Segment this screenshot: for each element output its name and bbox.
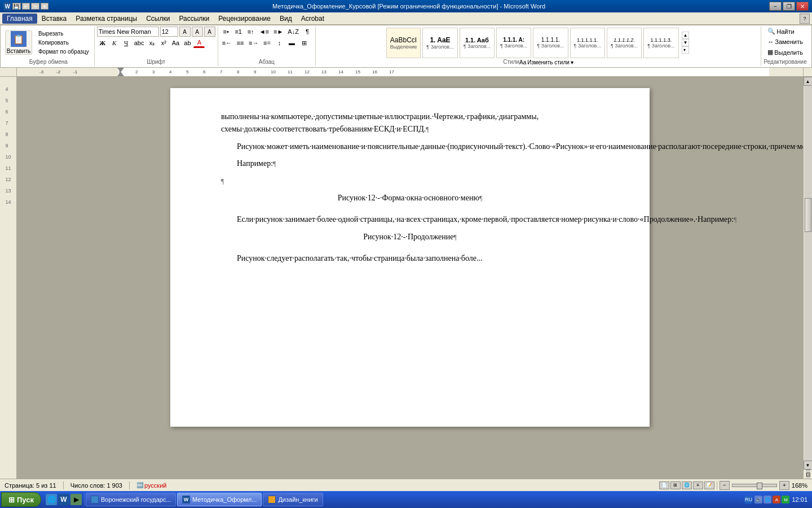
style-item-3[interactable]: 1.1.1. A: ¶ Заголов... <box>496 28 531 58</box>
format-painter-btn[interactable]: Формат по образцу <box>36 47 92 56</box>
media-quicklaunch-icon[interactable]: ▶ <box>70 494 82 505</box>
scroll-down-btn[interactable]: ▼ <box>804 461 813 470</box>
scroll-bottom-btn[interactable]: ⊡ <box>806 470 810 479</box>
style-name-2: ¶ Заголов... <box>464 43 491 49</box>
decrease-indent-btn[interactable]: ◄≡ <box>258 27 271 37</box>
font-group: A A A Ж К Ч аbc x₂ x² Аa ab А Шрифт <box>95 27 218 66</box>
editing-btns: 🔍 Найти ↔ Заменить ▦ Выделить <box>764 27 807 57</box>
underline-btn[interactable]: Ч <box>121 38 132 48</box>
style-item-6[interactable]: 1.1.1.1.2. ¶ Заголов... <box>607 28 642 58</box>
minimize-btn[interactable]: − <box>769 2 782 11</box>
highlight-btn[interactable]: ab <box>182 38 193 48</box>
para-empty-pilcrow: ¶ <box>221 177 224 185</box>
case-btn[interactable]: Аa <box>170 38 181 48</box>
font-group-label: Шрифт <box>147 59 165 66</box>
line-spacing-btn[interactable]: ↕ <box>274 38 285 48</box>
scroll-thumb[interactable] <box>805 198 811 232</box>
pilcrow-btn[interactable]: ¶ <box>302 27 313 37</box>
menu-mailings[interactable]: Рассылки <box>174 14 214 24</box>
menu-acrobat[interactable]: Acrobat <box>297 14 329 24</box>
restore-btn[interactable]: ❐ <box>783 2 795 11</box>
font-color-btn[interactable]: А <box>193 38 205 48</box>
quick-undo-btn[interactable]: ↩ <box>22 3 30 10</box>
close-btn[interactable]: ✕ <box>796 2 809 11</box>
taskbar-item-1[interactable]: W Методичка_Оформл... <box>177 493 262 506</box>
style-item-4[interactable]: 1.1.1.1. ¶ Заголов... <box>533 28 568 58</box>
shading-btn[interactable]: ▬ <box>286 38 298 48</box>
doc-scroll[interactable]: выполнены·на·компьютере,·допустимы·цветн… <box>17 77 803 479</box>
menu-view[interactable]: Вид <box>275 14 297 24</box>
style-label-3: 1.1.1. A: <box>500 37 527 43</box>
menu-insert[interactable]: Вставка <box>37 14 72 24</box>
view-print-btn[interactable]: 📄 <box>659 481 669 489</box>
justify-btn[interactable]: ≡= <box>262 38 273 48</box>
font-name-input[interactable] <box>97 27 159 37</box>
style-label-7: 1.1.1.1.3. <box>647 37 674 43</box>
superscript-btn[interactable]: x² <box>158 38 169 48</box>
style-item-7[interactable]: 1.1.1.1.3. ¶ Заголов... <box>643 28 678 58</box>
ruler-corner <box>0 68 17 77</box>
style-label-1: 1. AaE <box>426 36 453 44</box>
align-left-btn[interactable]: ≡← <box>220 38 233 48</box>
style-item-1[interactable]: 1. AaE ¶ Заголов... <box>422 28 457 58</box>
paste-btn[interactable]: 📋 Вставить <box>5 30 32 55</box>
menu-page-layout[interactable]: Разметка страницы <box>71 14 142 24</box>
multilevel-btn[interactable]: ≡↑ <box>245 27 257 37</box>
find-btn[interactable]: 🔍 Найти <box>764 27 807 36</box>
align-right-btn[interactable]: ≡→ <box>247 38 260 48</box>
quick-save-btn[interactable]: 💾 <box>12 3 20 10</box>
page-status: Страница: 5 из 11 <box>5 482 56 489</box>
view-fullscreen-btn[interactable]: ⊞ <box>670 481 681 489</box>
numbered-btn[interactable]: ≡1 <box>233 27 244 37</box>
select-btn[interactable]: ▦ Выделить <box>764 47 807 57</box>
scroll-track[interactable] <box>804 86 812 461</box>
style-item-5[interactable]: 1.1.1.1.1. ¶ Заголов... <box>570 28 605 58</box>
start-button[interactable]: ⊞ Пуск <box>1 492 41 507</box>
view-web-btn[interactable]: 🌐 <box>682 481 692 489</box>
subscript-btn[interactable]: x₂ <box>146 38 157 48</box>
word-quicklaunch-icon[interactable]: W <box>58 494 69 505</box>
styles-expand-btn[interactable]: ▾ <box>682 46 690 54</box>
zoom-out-btn[interactable]: − <box>720 481 730 490</box>
style-item-2[interactable]: 1.1. Aaб ¶ Заголов... <box>460 28 495 58</box>
ie-quicklaunch-icon[interactable]: 🌐 <box>46 494 57 505</box>
copy-btn[interactable]: Копировать <box>36 38 92 47</box>
menu-references[interactable]: Ссылки <box>142 14 174 24</box>
taskbar-items: 🌐 W ▶ Воронежский государс... W Методичк… <box>43 493 741 506</box>
styles-down-btn[interactable]: ▼ <box>682 39 690 46</box>
increase-indent-btn[interactable]: ≡► <box>272 27 285 37</box>
strikethrough-btn[interactable]: аbc <box>133 38 146 48</box>
zoom-slider[interactable] <box>732 484 777 487</box>
font-size-input[interactable] <box>160 27 178 37</box>
taskbar-item-0[interactable]: Воронежский государс... <box>86 493 176 506</box>
style-label-6: 1.1.1.1.2. <box>611 37 638 43</box>
font-shrink-btn[interactable]: A <box>192 27 203 37</box>
align-center-btn[interactable]: ≡≡ <box>235 38 246 48</box>
font-grow-btn[interactable]: A <box>179 27 191 37</box>
change-styles-btn[interactable]: Aa Изменить стили ▾ <box>519 59 573 65</box>
style-item-0[interactable]: AaBbCcI Выделение <box>386 28 421 58</box>
taskbar-item-2[interactable]: Дизайн_книги <box>263 493 323 506</box>
replace-btn[interactable]: ↔ Заменить <box>764 37 807 46</box>
italic-btn[interactable]: К <box>109 38 120 48</box>
cut-btn[interactable]: Вырезать <box>36 29 92 38</box>
bold-btn[interactable]: Ж <box>97 38 108 48</box>
borders-btn[interactable]: ⊞ <box>299 38 310 48</box>
menu-home[interactable]: Главная <box>2 14 37 24</box>
left-indent[interactable] <box>117 72 124 76</box>
menu-review[interactable]: Рецензирование <box>214 14 275 24</box>
clear-format-btn[interactable]: A <box>204 27 215 37</box>
zoom-thumb[interactable] <box>757 483 762 489</box>
view-draft-btn[interactable]: 📝 <box>704 481 714 489</box>
help-btn[interactable]: ? <box>800 14 810 24</box>
scroll-up-btn[interactable]: ▲ <box>804 77 813 86</box>
quick-print-btn[interactable]: ▾ <box>41 3 48 10</box>
zoom-in-btn[interactable]: + <box>779 481 789 490</box>
bullets-btn[interactable]: ≡• <box>220 27 232 37</box>
style-name-4: ¶ Заголов... <box>537 43 564 49</box>
view-outline-btn[interactable]: ≡ <box>693 481 703 489</box>
sort-btn[interactable]: A↓Z <box>286 27 301 37</box>
systray-icon-1: 🔊 <box>754 496 762 503</box>
quick-redo-btn[interactable]: ↪ <box>31 3 39 10</box>
styles-up-btn[interactable]: ▲ <box>682 32 690 39</box>
